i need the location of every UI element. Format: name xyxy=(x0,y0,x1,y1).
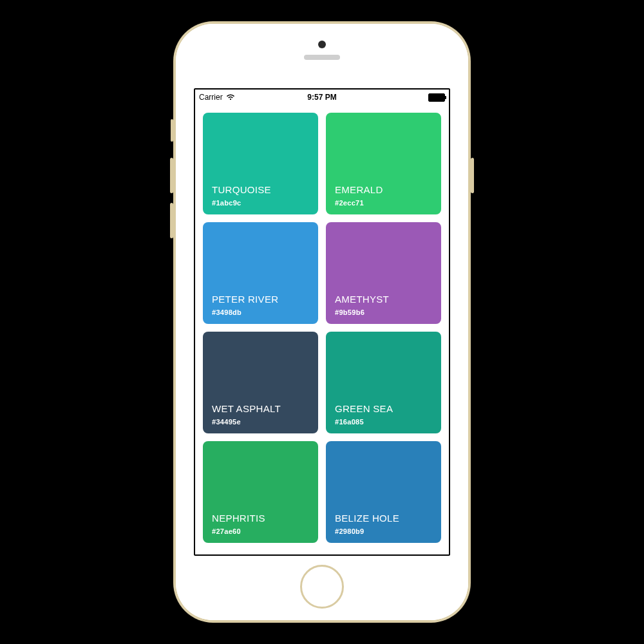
mute-switch xyxy=(171,119,173,142)
device-screen: Carrier 9:57 PM TURQUOISE#1abc9cEMERALD#… xyxy=(194,88,450,556)
swatch-name: WET ASPHALT xyxy=(212,403,281,414)
color-swatch[interactable]: PETER RIVER#3498db xyxy=(203,222,318,324)
swatch-name: BELIZE HOLE xyxy=(335,513,399,524)
color-swatch[interactable]: TURQUOISE#1abc9c xyxy=(203,113,318,214)
battery-icon xyxy=(428,93,445,102)
swatch-name: EMERALD xyxy=(335,184,383,195)
swatch-name: AMETHYST xyxy=(335,294,389,305)
swatch-hex: #2ecc71 xyxy=(335,199,364,207)
wifi-icon xyxy=(226,94,235,100)
front-camera-icon xyxy=(318,41,326,48)
color-swatch[interactable]: EMERALD#2ecc71 xyxy=(326,113,441,214)
power-button xyxy=(471,158,474,193)
swatch-hex: #1abc9c xyxy=(212,199,242,207)
color-grid: TURQUOISE#1abc9cEMERALD#2ecc71PETER RIVE… xyxy=(195,105,449,551)
device-frame: Carrier 9:57 PM TURQUOISE#1abc9cEMERALD#… xyxy=(175,23,469,621)
color-swatch[interactable]: AMETHYST#9b59b6 xyxy=(326,222,441,324)
swatch-hex: #16a085 xyxy=(335,418,364,426)
device-top-hardware xyxy=(176,24,468,88)
swatch-hex: #9b59b6 xyxy=(335,308,365,316)
swatch-hex: #3498db xyxy=(212,308,242,316)
color-swatch[interactable]: GREEN SEA#16a085 xyxy=(326,332,441,433)
swatch-hex: #2980b9 xyxy=(335,527,365,535)
swatch-name: NEPHRITIS xyxy=(212,513,265,524)
swatch-name: PETER RIVER xyxy=(212,294,278,305)
volume-up-button xyxy=(170,158,173,193)
volume-down-button xyxy=(170,203,173,238)
status-bar: Carrier 9:57 PM xyxy=(195,90,449,105)
color-swatch[interactable]: BELIZE HOLE#2980b9 xyxy=(326,441,441,543)
swatch-hex: #34495e xyxy=(212,418,241,426)
swatch-hex: #27ae60 xyxy=(212,527,241,535)
color-swatch[interactable]: NEPHRITIS#27ae60 xyxy=(203,441,318,543)
swatch-name: GREEN SEA xyxy=(335,403,393,414)
swatch-name: TURQUOISE xyxy=(212,184,271,195)
content-area[interactable]: TURQUOISE#1abc9cEMERALD#2ecc71PETER RIVE… xyxy=(195,105,449,554)
earpiece-speaker-icon xyxy=(304,55,340,60)
color-swatch[interactable]: WET ASPHALT#34495e xyxy=(203,332,318,433)
home-button[interactable] xyxy=(300,565,344,609)
carrier-label: Carrier xyxy=(199,93,223,102)
